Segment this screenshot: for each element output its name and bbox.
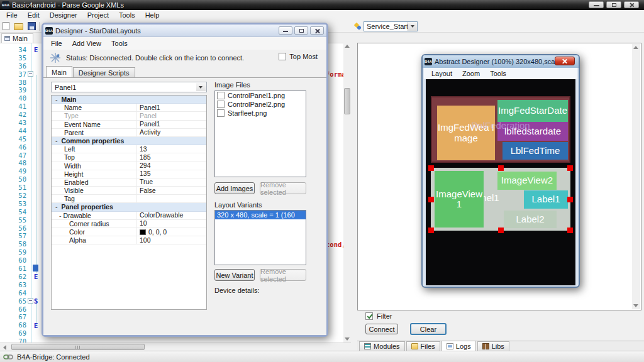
save-icon[interactable] <box>28 22 36 30</box>
property-value[interactable]: True <box>137 178 206 186</box>
menu-item-tools[interactable]: Tools <box>114 11 140 19</box>
selection-handle[interactable] <box>498 165 504 171</box>
scroll-up-icon[interactable] <box>633 46 638 49</box>
editor-hscroll-thumb[interactable] <box>11 344 145 350</box>
layout-variants-list[interactable]: 320 x 480, scale = 1 (160 dpi) <box>214 210 306 265</box>
minimize-button[interactable] <box>279 26 292 35</box>
image-file-item[interactable]: ControlPanel1.png <box>215 91 306 100</box>
connect-button[interactable]: Connect <box>365 324 398 334</box>
fold-collapse-icon[interactable] <box>28 71 33 77</box>
menu-item-designer[interactable]: Designer <box>45 11 82 19</box>
property-value[interactable]: 135 <box>137 170 206 178</box>
designer-tab-designer-scripts[interactable]: Designer Scripts <box>73 67 135 77</box>
property-value[interactable]: 0, 0, 0 <box>137 228 206 236</box>
property-value[interactable]: Panel1 <box>137 121 206 128</box>
property-row-visible[interactable]: VisibleFalse <box>52 187 206 195</box>
service-select[interactable]: Service_Start <box>364 21 418 31</box>
designer-titlebar[interactable]: B4A Designer - StarDateLayouts <box>43 25 326 37</box>
property-group-panel-properties[interactable]: Panel properties <box>52 203 206 211</box>
property-row-type[interactable]: TypePanel <box>52 112 206 120</box>
property-row-color[interactable]: Color0, 0, 0 <box>52 228 206 236</box>
menu-item-file[interactable]: File <box>1 11 23 19</box>
property-row-corner-radius[interactable]: Corner radius10 <box>52 220 206 228</box>
property-value[interactable]: 13 <box>137 145 206 153</box>
designer-tab-main[interactable]: Main <box>46 66 72 77</box>
minimize-button[interactable] <box>589 1 604 8</box>
property-value[interactable]: ColorDrawable <box>137 212 206 219</box>
selection-handle[interactable] <box>567 197 573 202</box>
scroll-up-icon[interactable] <box>345 45 350 48</box>
maximize-button[interactable] <box>294 26 308 35</box>
menu-item-add-view[interactable]: Add View <box>67 39 106 48</box>
view-selector[interactable]: Panel1 <box>51 82 207 92</box>
menu-item-layout[interactable]: Layout <box>426 69 457 78</box>
view-imgfedstardate[interactable]: ImgFedStarDate <box>497 100 568 122</box>
scroll-left-icon[interactable] <box>3 345 6 350</box>
close-button[interactable] <box>310 26 324 35</box>
new-file-icon[interactable] <box>3 22 9 30</box>
property-row-left[interactable]: Left13 <box>52 145 206 153</box>
property-row-width[interactable]: Width294 <box>52 162 206 170</box>
image-file-item[interactable]: Starfleet.png <box>215 109 306 118</box>
restore-button[interactable] <box>606 1 621 8</box>
property-row-tag[interactable]: Tag <box>52 195 206 203</box>
view-label1[interactable]: Label1 <box>524 190 568 209</box>
view-selector-arrow[interactable] <box>196 83 206 91</box>
filter-checkbox[interactable] <box>365 312 373 320</box>
log-vertical-scrollbar[interactable] <box>632 44 640 309</box>
image-file-item[interactable]: ControlPanel2.png <box>215 100 306 109</box>
layout-variant-item[interactable]: 320 x 480, scale = 1 (160 dpi) <box>215 211 306 219</box>
property-value[interactable]: 294 <box>137 162 206 170</box>
service-select-arrow[interactable] <box>408 22 417 31</box>
selection-handle[interactable] <box>498 228 504 233</box>
property-row-name[interactable]: NamePanel1 <box>52 104 206 112</box>
property-value[interactable]: 100 <box>137 236 206 244</box>
property-row-height[interactable]: Height135 <box>52 170 206 178</box>
view-imageview2[interactable]: ImageView2 <box>497 172 557 190</box>
menu-item-file[interactable]: File <box>46 39 67 48</box>
file-tab-main[interactable]: Main <box>1 33 33 43</box>
bottom-tab-files[interactable]: Files <box>406 341 440 351</box>
selection-handle[interactable] <box>428 228 434 233</box>
scroll-down-icon[interactable] <box>345 337 350 341</box>
scroll-down-icon[interactable] <box>633 304 638 307</box>
property-value[interactable] <box>137 195 206 202</box>
view-imgfedwea[interactable]: ImgFedWea Image <box>437 106 495 160</box>
property-value[interactable]: Activity <box>137 129 206 136</box>
open-folder-icon[interactable] <box>14 23 23 30</box>
remove-images-button[interactable]: Remove selected <box>260 182 306 194</box>
fold-collapse-icon[interactable] <box>28 298 33 304</box>
image-files-list[interactable]: ControlPanel1.pngControlPanel2.pngStarfl… <box>214 90 306 177</box>
editor-vertical-scrollbar[interactable] <box>343 43 352 343</box>
add-images-button[interactable]: Add Images <box>214 182 255 194</box>
close-icon[interactable] <box>555 57 575 65</box>
property-grid[interactable]: MainNamePanel1TypePanelEvent NamePanel1P… <box>51 95 207 310</box>
property-row-top[interactable]: Top185 <box>52 153 206 162</box>
new-variant-button[interactable]: New Variant <box>214 269 255 281</box>
file-checkbox[interactable] <box>217 109 225 117</box>
menu-item-zoom[interactable]: Zoom <box>457 69 485 78</box>
view-lblfedtime[interactable]: LblFedTime <box>502 142 568 160</box>
view-imageview1[interactable]: ImageView 1 <box>435 171 484 228</box>
property-row-parent[interactable]: ParentActivity <box>52 129 206 137</box>
property-group-common-properties[interactable]: Common properties <box>52 137 206 145</box>
abstract-titlebar[interactable]: B4A Abstract Designer (100%) 320x480,sca… <box>423 55 579 68</box>
selection-handle[interactable] <box>428 197 434 202</box>
file-checkbox[interactable] <box>217 101 225 108</box>
editor-horizontal-scrollbar[interactable] <box>0 343 351 351</box>
view-label2[interactable]: Label2 <box>504 211 557 228</box>
file-checkbox[interactable] <box>217 92 225 99</box>
bottom-tab-modules[interactable]: Modules <box>359 341 405 351</box>
property-group-main[interactable]: Main <box>52 96 206 104</box>
property-value[interactable]: Panel <box>137 112 206 119</box>
menu-item-help[interactable]: Help <box>140 11 165 19</box>
clear-button[interactable]: Clear <box>410 323 447 335</box>
property-value[interactable]: 185 <box>137 153 206 161</box>
property-value[interactable]: Panel1 <box>137 104 206 111</box>
selection-handle[interactable] <box>428 165 434 171</box>
top-most-checkbox[interactable] <box>279 53 286 60</box>
menu-item-tools[interactable]: Tools <box>106 39 133 48</box>
property-row-drawable[interactable]: DrawableColorDrawable <box>52 212 206 220</box>
layout-canvas[interactable]: ImgFedWea Image ImgFedStarDate lblfedsta… <box>426 79 575 285</box>
property-row-alpha[interactable]: Alpha100 <box>52 236 206 244</box>
